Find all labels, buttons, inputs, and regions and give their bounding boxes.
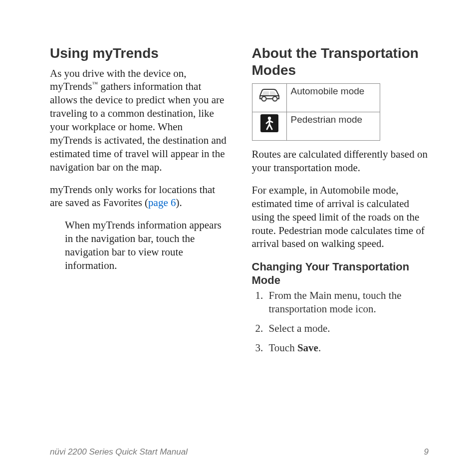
page-6-link[interactable]: page 6 [148, 197, 176, 209]
paragraph-mytrends-navbar: When myTrends information appears in the… [65, 219, 227, 272]
car-icon [257, 86, 282, 103]
text-fragment: myTrends only works for locations that a… [50, 184, 215, 209]
right-column: About the Transportation Modes [252, 45, 429, 437]
paragraph-mytrends-favorites: myTrends only works for locations that a… [50, 183, 227, 210]
list-item: Touch Save. [266, 341, 429, 355]
transportation-mode-table: Automobile mode Pedestrian mode [252, 83, 380, 141]
left-column: Using myTrends As you drive with the dev… [50, 45, 227, 437]
pedestrian-icon [260, 114, 278, 132]
pedestrian-icon-cell [252, 112, 286, 141]
steps-list: From the Main menu, touch the transporta… [252, 289, 429, 355]
pedestrian-mode-label: Pedestrian mode [286, 112, 380, 141]
automobile-mode-label: Automobile mode [286, 84, 380, 112]
table-row: Pedestrian mode [252, 112, 380, 141]
save-label: Save [297, 342, 318, 354]
page-number: 9 [424, 447, 429, 457]
trademark-symbol: ™ [92, 80, 98, 87]
text-fragment: Touch [269, 342, 297, 354]
heading-changing-mode: Changing Your Transportation Mode [252, 260, 429, 287]
table-row: Automobile mode [252, 84, 380, 112]
text-fragment: ). [176, 197, 182, 209]
page-footer: nüvi 2200 Series Quick Start Manual 9 [50, 437, 429, 476]
heading-using-mytrends: Using myTrends [50, 45, 227, 62]
svg-point-1 [272, 97, 277, 101]
two-column-layout: Using myTrends As you drive with the dev… [50, 45, 429, 437]
list-item: Select a mode. [266, 322, 429, 335]
svg-point-0 [261, 97, 266, 101]
footer-manual-title: nüvi 2200 Series Quick Start Manual [50, 447, 188, 457]
list-item: From the Main menu, touch the transporta… [266, 289, 429, 316]
text-fragment: . [318, 342, 321, 354]
automobile-icon-cell [252, 84, 286, 112]
paragraph-mytrends-intro: As you drive with the device on, myTrend… [50, 67, 227, 174]
manual-page: Using myTrends As you drive with the dev… [0, 0, 476, 476]
heading-transportation-modes: About the Transportation Modes [252, 45, 429, 78]
text-fragment: gathers information that allows the devi… [50, 80, 227, 173]
paragraph-example-modes: For example, in Automobile mode, estimat… [252, 184, 429, 250]
paragraph-routes-calculated: Routes are calculated differently based … [252, 148, 429, 175]
